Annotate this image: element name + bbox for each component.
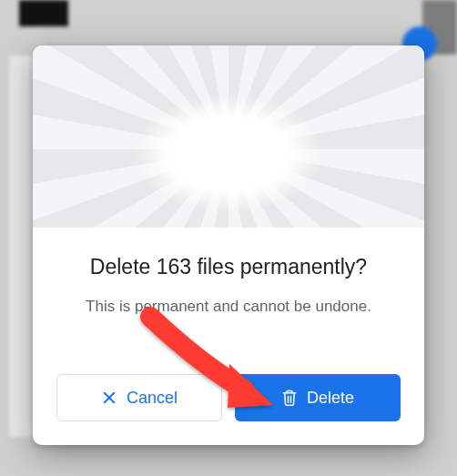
dialog-title: Delete 163 files permanently? <box>90 255 367 279</box>
dialog-subtitle: This is permanent and cannot be undone. <box>86 298 371 316</box>
dialog-hero-illustration <box>33 46 424 228</box>
close-icon <box>101 390 117 406</box>
dialog-content: Delete 163 files permanently? This is pe… <box>33 228 424 445</box>
trash-icon <box>281 389 298 407</box>
confirm-delete-dialog: Delete 163 files permanently? This is pe… <box>33 46 424 445</box>
dialog-button-row: Cancel Delete <box>56 374 401 421</box>
delete-button-label: Delete <box>307 389 354 408</box>
cancel-button-label: Cancel <box>127 389 178 408</box>
delete-button[interactable]: Delete <box>235 374 401 421</box>
cancel-button[interactable]: Cancel <box>56 374 222 421</box>
